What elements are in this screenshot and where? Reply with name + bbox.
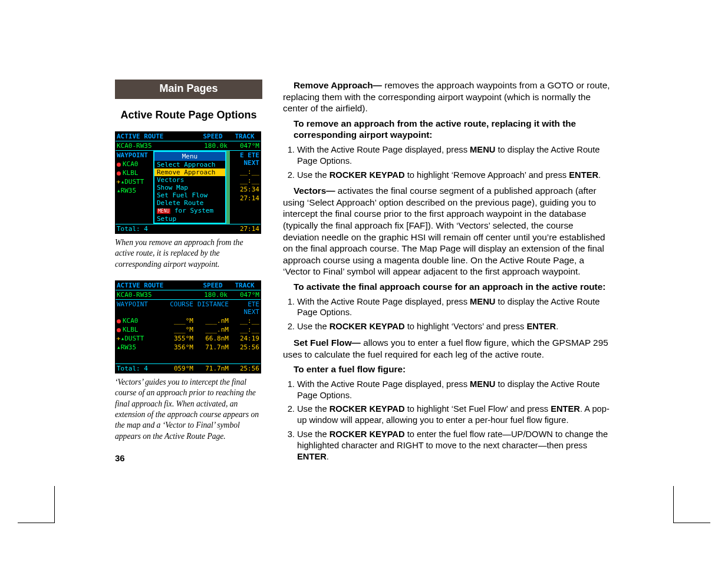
- menu-set-fuel-flow: Set Fuel Flow: [154, 191, 225, 199]
- shot2-r1-crs: ___°M: [164, 316, 195, 325]
- shot1-ete3: 25:34: [230, 185, 261, 194]
- shot1-track: 047°M: [229, 141, 261, 150]
- shot2-total-d: 71.7nM: [195, 364, 230, 373]
- shot2-speed: 180.0k: [197, 290, 229, 299]
- shot2-r2-dist: ___.nM: [195, 325, 230, 334]
- screenshot-remove-approach: ACTIVE ROUTE SPEED TRACK KCA0-RW35 180.0…: [115, 131, 261, 234]
- shot1-route: KCA0-RW35: [116, 141, 197, 150]
- blank: __:__: [230, 167, 261, 176]
- menu-show-map: Show Map: [154, 184, 225, 191]
- shot2-r4-wp: ▴RW35: [116, 343, 164, 352]
- fuel-head: To enter a fuel flow figure:: [294, 363, 610, 375]
- shot2-r4-crs: 356°M: [164, 343, 195, 352]
- shot2-col-ete: ETE NEXT: [230, 300, 261, 316]
- crop-mark: [18, 486, 55, 523]
- shot2-r4-dist: 71.7nM: [195, 343, 230, 352]
- body-text: Remove Approach— removes the approach wa…: [283, 80, 610, 462]
- shot1-speed: 180.0k: [197, 141, 229, 150]
- remove-step-2: Use the ROCKER KEYPAD to highlight ‘Remo…: [297, 170, 610, 181]
- fuel-lead: Set Fuel Flow—: [294, 338, 361, 348]
- shot1-total-r: 27:14: [228, 224, 261, 233]
- shot2-col-dist: DISTANCE: [195, 300, 230, 316]
- shot2-r4-ete: 25:56: [230, 343, 261, 352]
- shot2-r1-wp: KCA0: [116, 316, 164, 325]
- shot1-wp4: ▴RW35: [116, 186, 153, 195]
- shot1-title: ACTIVE ROUTE: [116, 132, 197, 141]
- caption-1: When you remove an approach from the act…: [115, 237, 262, 270]
- shot1-wp2: KLBL: [116, 168, 153, 177]
- shot2-r3-wp: ✈▴DUSTT: [116, 334, 164, 343]
- shot1-total-l: Total: 4: [116, 224, 228, 233]
- shot2-r3-ete: 24:19: [230, 334, 261, 343]
- shot2-r2-wp: KLBL: [116, 325, 164, 334]
- main-header: Main Pages: [115, 80, 262, 99]
- shot2-col-crs: COURSE: [164, 300, 195, 316]
- vectors-head: To activate the final approach course fo…: [294, 281, 610, 293]
- shot2-track: 047°M: [229, 290, 261, 299]
- remove-approach-lead: Remove Approach—: [294, 80, 382, 90]
- shot1-speed-h: SPEED: [197, 132, 229, 141]
- fuel-step-2: Use the ROCKER KEYPAD to highlight ‘Set …: [297, 404, 610, 426]
- shot2-r2-crs: ___°M: [164, 325, 195, 334]
- caption-2: ‘Vectors’ guides you to intercept the fi…: [115, 377, 262, 442]
- fuel-step-3: Use the ROCKER KEYPAD to enter the fuel …: [297, 429, 610, 462]
- menu-system-setup: MENU for System Setup: [154, 207, 225, 223]
- menu-vectors: Vectors: [154, 176, 225, 184]
- shot2-track-h: TRACK: [229, 281, 261, 290]
- vectors-step-1: With the Active Route Page displayed, pr…: [297, 296, 610, 319]
- vectors-lead: Vectors—: [294, 186, 335, 196]
- fuel-step-1: With the Active Route Page displayed, pr…: [297, 379, 610, 401]
- shot1-col-ete: E ETE NEXT: [230, 151, 261, 167]
- blank: __:__: [230, 176, 261, 185]
- shot2-route: KCA0-RW35: [116, 290, 197, 299]
- sub-header: Active Route Page Options: [115, 108, 262, 122]
- shot2-total-e: 25:56: [230, 364, 261, 373]
- shot1-wp1: KCA0: [116, 160, 153, 168]
- shot1-wp3: ✈▴DUSTT: [116, 177, 153, 186]
- shot2-r1-dist: ___.nM: [195, 316, 230, 325]
- menu-remove-approach: Remove Approach: [154, 168, 225, 176]
- shot2-r3-dist: 66.8nM: [195, 334, 230, 343]
- menu-title: Menu: [154, 152, 225, 161]
- screenshot-vectors: ACTIVE ROUTE SPEED TRACK KCA0-RW35 180.0…: [115, 280, 261, 373]
- menu-delete-route: Delete Route: [154, 199, 225, 207]
- shot2-col-wp: WAYPOINT: [116, 300, 164, 316]
- shot2-r1-ete: __:__: [230, 316, 261, 325]
- menu-select-approach: Select Approach: [154, 161, 225, 168]
- shot2-r3-crs: 355°M: [164, 334, 195, 343]
- shot1-col-wp: WAYPOINT: [116, 151, 153, 160]
- shot1-menu: Menu Select Approach Remove Approach Vec…: [153, 151, 226, 224]
- remove-step-1: With the Active Route Page displayed, pr…: [297, 144, 610, 167]
- shot1-track-h: TRACK: [229, 132, 261, 141]
- shot1-ete4: 27:14: [230, 194, 261, 203]
- remove-approach-head: To remove an approach from the active ro…: [294, 118, 610, 141]
- vectors-step-2: Use the ROCKER KEYPAD to highlight ‘Vect…: [297, 321, 610, 332]
- shot2-title: ACTIVE ROUTE: [116, 281, 197, 290]
- shot2-r2-ete: __:__: [230, 325, 261, 334]
- crop-mark: [673, 486, 710, 523]
- page-number: 36: [115, 452, 268, 464]
- shot2-total-c: 059°M: [164, 364, 195, 373]
- shot2-speed-h: SPEED: [197, 281, 229, 290]
- shot2-total-l: Total: 4: [116, 364, 164, 373]
